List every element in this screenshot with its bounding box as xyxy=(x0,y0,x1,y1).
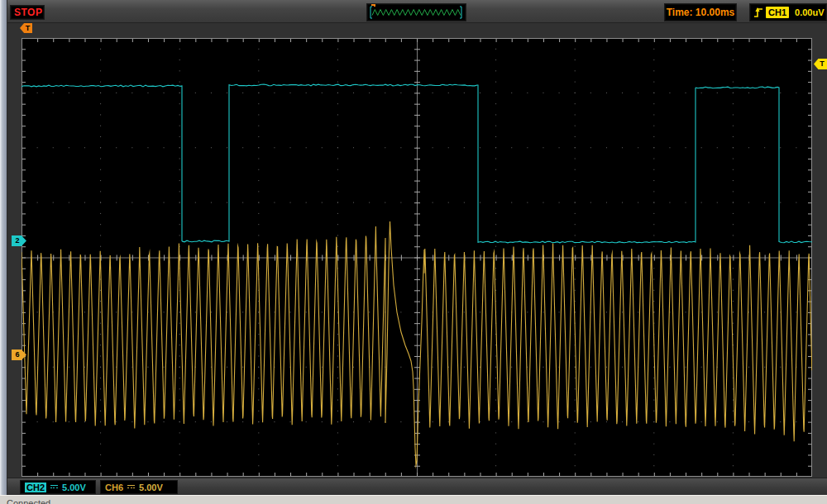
waveform-preview-thumbnail xyxy=(367,4,466,21)
ch6-position-marker-label: 6 xyxy=(15,351,19,359)
ch2-coupling-icon xyxy=(50,484,59,491)
channel-status-bar: CH2 5.00V CH6 5.00V xyxy=(7,478,827,495)
oscilloscope-app-window: STOP Time: 10.00ms CH1 0.00uV T 2 6 T CH… xyxy=(0,0,827,504)
scope-screen xyxy=(22,38,812,477)
timebase-label: Time: 10.00ms xyxy=(667,7,735,18)
window-status-bar: Connected xyxy=(0,495,827,504)
ch2-volts-per-div: 5.00V xyxy=(62,483,86,492)
acquisition-status-box[interactable]: STOP xyxy=(10,5,45,20)
ch6-coupling-icon xyxy=(127,484,136,491)
trigger-level-value: 0.00uV xyxy=(795,7,824,17)
trigger-time-marker-label: T xyxy=(26,25,31,32)
trigger-level-marker-label: T xyxy=(820,60,825,68)
ch2-label-chip[interactable]: CH2 xyxy=(25,483,46,492)
trigger-info-box[interactable]: CH1 0.00uV xyxy=(749,3,827,21)
trigger-source-chip[interactable]: CH1 xyxy=(766,7,789,18)
trigger-time-marker[interactable]: T xyxy=(20,23,32,33)
window-left-border xyxy=(0,0,7,495)
ch2-position-marker-label: 2 xyxy=(15,237,19,245)
connection-status-text: Connected xyxy=(7,498,50,504)
trigger-level-marker[interactable]: T xyxy=(814,59,827,69)
top-toolbar: STOP Time: 10.00ms CH1 0.00uV xyxy=(7,0,827,23)
ch6-label[interactable]: CH6 xyxy=(105,483,123,492)
acquisition-status-label: STOP xyxy=(14,7,42,18)
timebase-box[interactable]: Time: 10.00ms xyxy=(664,3,737,21)
ch6-settings-box[interactable]: CH6 5.00V xyxy=(100,480,178,494)
waveform-preview-box[interactable] xyxy=(366,3,466,21)
rising-edge-trigger-icon xyxy=(753,6,763,19)
ch6-volts-per-div: 5.00V xyxy=(139,483,163,492)
ch2-settings-box[interactable]: CH2 5.00V xyxy=(20,480,96,494)
